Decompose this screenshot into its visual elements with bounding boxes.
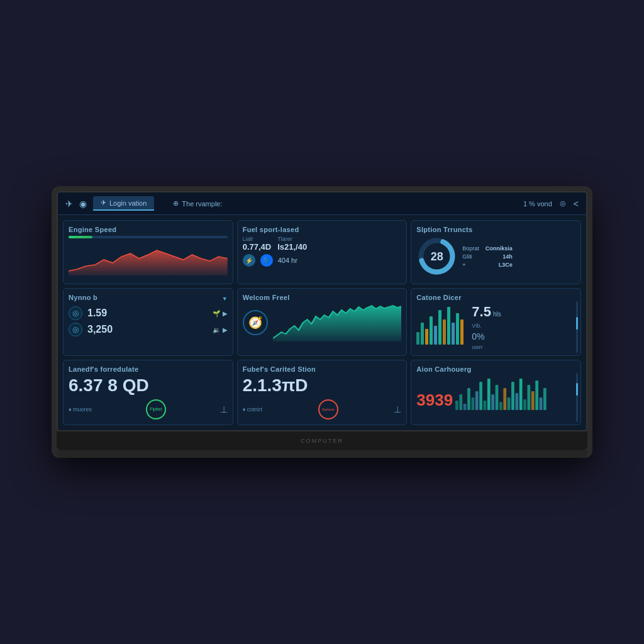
svg-rect-4 <box>416 332 419 345</box>
engine-speed-svg <box>69 241 228 275</box>
svg-rect-8 <box>434 326 437 345</box>
svg-rect-21 <box>479 382 482 410</box>
svg-rect-31 <box>519 379 523 410</box>
svg-rect-29 <box>511 382 514 410</box>
nav-icon-left2[interactable]: ◉ <box>79 199 87 209</box>
catone-unit: hls <box>493 311 501 318</box>
compass-icon: 🧭 <box>243 310 268 335</box>
catone-slider-thumb[interactable] <box>576 317 578 330</box>
stat3-val: L3Ce <box>499 262 513 268</box>
svg-rect-33 <box>528 385 531 410</box>
dynamic-dropdown[interactable]: ▼ <box>222 296 228 302</box>
station-card: Slption Trruncts 28 Boprat Conniksia <box>411 220 581 284</box>
nav-back-icon[interactable]: < <box>574 199 579 209</box>
engine-speed-progress-bg <box>69 236 228 238</box>
fuel-bottom-icon: ⚡ <box>243 254 255 267</box>
fuel-values: Lialr 0.77,4D Tlarer ls21,/40 <box>243 236 402 252</box>
lanedf-title: Lanedf's forredulate <box>69 365 228 373</box>
fubef-expand[interactable]: ⊥ <box>394 404 401 414</box>
svg-rect-12 <box>452 323 455 345</box>
nav-tab-icon: ✈ <box>101 199 106 207</box>
dynamic-val-1: 1.59 <box>87 308 208 319</box>
aion-slider-thumb[interactable] <box>576 383 578 396</box>
stat1-label: Boprat <box>462 245 479 252</box>
lanedf-badge[interactable]: Flpttet <box>146 399 166 419</box>
lanedf-big-val: 6.37 8 QD <box>69 375 228 396</box>
fuel-val-1: 0.77,4D <box>243 242 272 252</box>
welcome-svg <box>273 304 402 341</box>
fubef-badge[interactable]: Ibplone <box>318 399 338 419</box>
aion-inner: 3939 <box>416 375 575 410</box>
svg-rect-16 <box>460 394 463 410</box>
dynamic-ctrl-icon-1a[interactable]: 🌱 <box>213 310 220 317</box>
svg-rect-27 <box>503 388 506 410</box>
svg-rect-10 <box>443 319 446 345</box>
svg-rect-13 <box>456 313 459 345</box>
aion-card: Aion Carhouerg 3939 <box>411 360 581 425</box>
fuel-blue-icon: 🔵 <box>260 254 273 267</box>
svg-rect-15 <box>455 401 458 410</box>
stat2-label: Gliti <box>462 253 472 260</box>
nav-icon-left1[interactable]: ✈ <box>65 199 73 209</box>
svg-marker-3 <box>273 306 402 341</box>
svg-rect-37 <box>543 388 547 410</box>
catone-card: Catone Dicer <box>411 288 581 356</box>
svg-rect-20 <box>475 391 479 410</box>
welcome-title: Welcom Freel <box>243 294 402 301</box>
catone-inner: 7.5 hls Vib. 0% uwrr <box>416 304 575 350</box>
keyboard-area: COMPUTER <box>57 431 587 450</box>
dashboard: Engine Speed <box>58 215 586 430</box>
lanedf-badge-label: Flpttet <box>150 407 162 412</box>
engine-speed-title: Engine Speed <box>69 226 228 233</box>
catone-vals: 7.5 hls Vib. 0% uwrr <box>472 304 501 350</box>
lanedf-bottom-label: ♦ muores <box>69 406 92 413</box>
svg-rect-36 <box>540 397 543 410</box>
aion-svg <box>455 375 575 410</box>
svg-rect-7 <box>430 316 433 345</box>
welcome-inner: 🧭 <box>243 304 402 341</box>
nav-right: 1 % vond ◎ < <box>523 199 579 209</box>
svg-rect-6 <box>425 329 428 345</box>
svg-rect-11 <box>447 307 450 345</box>
dynamic-icon-1: ◎ <box>69 306 82 320</box>
station-center-val: 28 <box>431 250 443 263</box>
fubef-badge-label: Ibplone <box>322 408 335 412</box>
svg-rect-9 <box>438 310 441 345</box>
dynamic-ctrl-arrow-2[interactable]: ▶ <box>223 326 228 333</box>
svg-rect-19 <box>472 397 475 410</box>
navbar: ✈ ◉ ✈ Login vation ⊕ The rvample: 1 % vo… <box>58 192 586 215</box>
dynamic-ctrl-arrow-1[interactable]: ▶ <box>223 310 228 317</box>
laptop-base <box>57 450 587 458</box>
svg-rect-35 <box>535 380 538 410</box>
aion-red-val: 3939 <box>416 391 453 410</box>
lanedf-expand[interactable]: ⊥ <box>220 404 228 414</box>
engine-speed-card: Engine Speed <box>63 220 233 284</box>
svg-rect-26 <box>499 402 502 410</box>
fuel-val-2: ls21,/40 <box>277 242 307 252</box>
nav-right-icon[interactable]: ◎ <box>560 199 566 208</box>
lanedf-card: Lanedf's forredulate 6.37 8 QD ♦ muores … <box>63 360 233 425</box>
dynamic-title: Nynno b <box>69 294 97 301</box>
nav-center: ⊕ The rvample: <box>173 199 222 208</box>
station-stats: Boprat Conniksia Gliti 14h + L3Ce <box>462 245 513 268</box>
svg-rect-28 <box>508 397 511 410</box>
station-donut: 28 <box>416 236 457 277</box>
svg-rect-24 <box>491 394 494 410</box>
svg-rect-32 <box>523 399 526 410</box>
fubef-bottom-row: ♦ cotnirt Ibplone ⊥ <box>243 399 402 419</box>
svg-rect-18 <box>467 388 470 410</box>
station-stat-1: Boprat Conniksia <box>462 245 513 252</box>
fubef-big-val: 2.1.3πD <box>243 375 402 396</box>
fuel-sport-card: Fuel sport-lased Lialr 0.77,4D Tlarer ls… <box>237 220 408 284</box>
dynamic-icon-2: ◎ <box>69 323 82 336</box>
nav-tab-login[interactable]: ✈ Login vation <box>93 196 154 211</box>
fubef-title: Fubef's Carited Stion <box>243 365 402 373</box>
dynamic-card: Nynno b ▼ ◎ 1.59 🌱 ▶ ◎ 3,250 🔉 <box>63 288 233 356</box>
engine-speed-progress-fill <box>69 236 92 238</box>
nav-right-label: 1 % vond <box>523 200 552 208</box>
aion-chart <box>455 375 575 410</box>
screen: ✈ ◉ ✈ Login vation ⊕ The rvample: 1 % vo… <box>57 191 587 431</box>
dynamic-ctrl-icon-2a[interactable]: 🔉 <box>213 326 220 333</box>
fubef-card: Fubef's Carited Stion 2.1.3πD ♦ cotnirt … <box>237 360 408 425</box>
welcome-chart <box>273 304 402 341</box>
